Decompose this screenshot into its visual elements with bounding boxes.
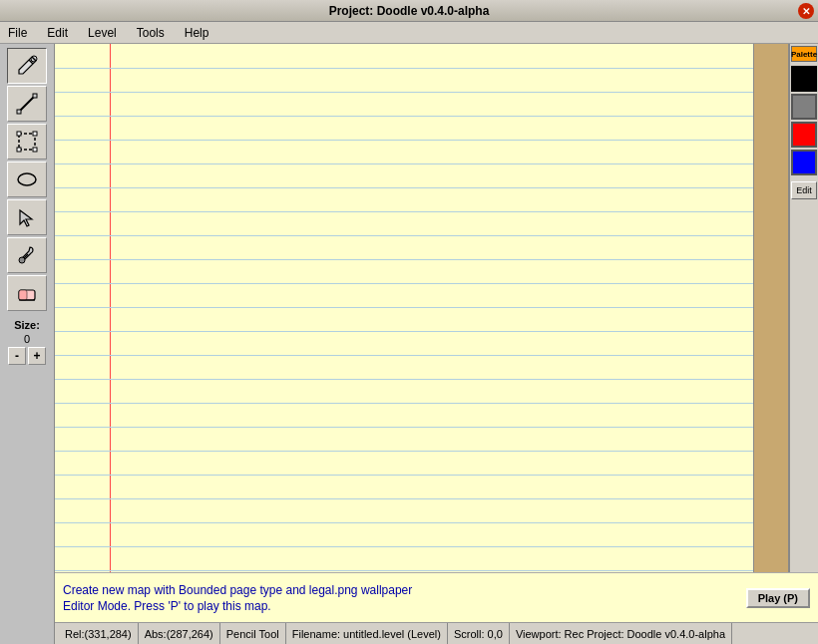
pointer-tool-button[interactable]	[7, 199, 47, 235]
canvas-h-line	[55, 570, 753, 571]
play-button[interactable]: Play (P)	[746, 588, 810, 608]
red-margin-line	[110, 44, 111, 572]
svg-rect-7	[17, 132, 21, 136]
size-controls: - +	[8, 347, 46, 365]
svg-rect-15	[19, 290, 27, 300]
color-swatch-blue[interactable]	[791, 150, 817, 175]
canvas-h-line	[55, 140, 753, 141]
canvas-h-line	[55, 307, 753, 308]
left-toolbar: Size: 0 - +	[0, 44, 55, 644]
canvas-h-line	[55, 451, 753, 452]
menu-item-file[interactable]: File	[4, 24, 31, 42]
svg-point-11	[18, 173, 36, 185]
canvas-lines	[55, 44, 753, 572]
size-decrease-button[interactable]: -	[8, 347, 26, 365]
canvas-h-line	[55, 403, 753, 404]
canvas-h-line	[55, 187, 753, 188]
message-row: Create new map with Bounded page type an…	[55, 572, 818, 622]
scroll-panel	[753, 44, 788, 572]
menu-bar: FileEditLevelToolsHelp	[0, 22, 818, 44]
menu-item-edit[interactable]: Edit	[43, 24, 72, 42]
title-bar: Project: Doodle v0.4.0-alpha ✕	[0, 0, 818, 22]
window-title: Project: Doodle v0.4.0-alpha	[329, 4, 490, 18]
canvas-h-line	[55, 259, 753, 260]
select-tool-button[interactable]	[7, 124, 47, 160]
message-line-2: Editor Mode. Press 'P' to play this map.	[63, 599, 412, 613]
canvas-h-line	[55, 498, 753, 499]
ellipse-tool-button[interactable]	[7, 161, 47, 197]
status-tool: Pencil Tool	[220, 623, 286, 644]
pencil-tool-button[interactable]	[7, 48, 47, 84]
message-lines: Create new map with Bounded page type an…	[63, 583, 412, 613]
svg-rect-10	[33, 148, 37, 152]
palette-button[interactable]: Palette	[791, 46, 817, 62]
canvas-h-line	[55, 427, 753, 428]
canvas-h-line	[55, 163, 753, 164]
canvas-area[interactable]	[55, 44, 753, 572]
status-filename: Filename: untitled.level (Level)	[286, 623, 448, 644]
color-swatch-gray[interactable]	[791, 94, 817, 120]
svg-rect-8	[33, 132, 37, 136]
canvas-h-line	[55, 379, 753, 380]
canvas-h-line	[55, 211, 753, 212]
svg-rect-5	[33, 94, 37, 98]
canvas-h-line	[55, 116, 753, 117]
status-rel: Rel:(331,284)	[59, 623, 139, 644]
color-swatch-red[interactable]	[791, 122, 817, 148]
line-tool-button[interactable]	[7, 86, 47, 122]
message-line-1: Create new map with Bounded page type an…	[63, 583, 412, 597]
canvas-h-line	[55, 92, 753, 93]
color-swatch-black[interactable]	[791, 66, 817, 92]
content-area: Palette Edit Create new map with Bounded…	[55, 44, 818, 644]
palette-edit-button[interactable]: Edit	[791, 181, 817, 199]
status-abs: Abs:(287,264)	[139, 623, 220, 644]
size-value: 0	[24, 333, 30, 345]
eyedropper-tool-button[interactable]	[7, 237, 47, 273]
palette-sidebar: Palette Edit	[788, 44, 818, 572]
canvas-h-line	[55, 475, 753, 476]
size-label: Size:	[14, 319, 40, 331]
main-wrapper: Size: 0 - + Palette	[0, 44, 818, 644]
status-bar: Rel:(331,284) Abs:(287,264) Pencil Tool …	[55, 622, 818, 644]
size-increase-button[interactable]: +	[28, 347, 46, 365]
canvas-h-line	[55, 235, 753, 236]
eraser-tool-button[interactable]	[7, 275, 47, 311]
menu-item-help[interactable]: Help	[181, 24, 213, 42]
canvas-h-line	[55, 283, 753, 284]
status-viewport: Viewport: Rec Project: Doodle v0.4.0-alp…	[510, 623, 732, 644]
canvas-h-line	[55, 546, 753, 547]
canvas-h-line	[55, 331, 753, 332]
canvas-row: Palette Edit	[55, 44, 818, 572]
menu-item-tools[interactable]: Tools	[133, 24, 169, 42]
menu-item-level[interactable]: Level	[84, 24, 121, 42]
size-section: Size: 0 - +	[8, 319, 46, 365]
status-scroll: Scroll: 0,0	[448, 623, 510, 644]
canvas-h-line	[55, 355, 753, 356]
svg-rect-4	[17, 110, 21, 114]
canvas-h-line	[55, 68, 753, 69]
svg-rect-9	[17, 148, 21, 152]
close-button[interactable]: ✕	[798, 3, 814, 19]
canvas-h-line	[55, 522, 753, 523]
